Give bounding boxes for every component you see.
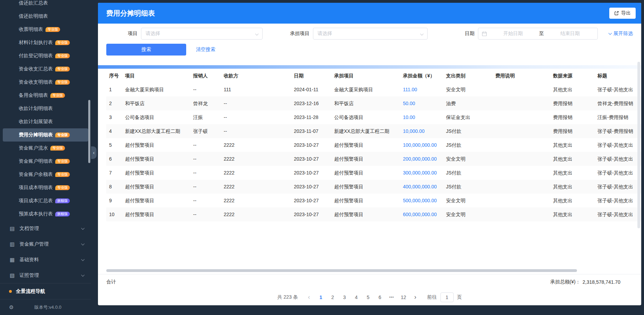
export-icon (614, 11, 619, 16)
sidebar-item[interactable]: 资金账户明细表专业版 (3, 155, 88, 168)
page-number-button[interactable]: 2 (328, 292, 338, 302)
chevron-down-icon (81, 226, 85, 230)
column-header: 收款方 (221, 69, 291, 83)
sidebar-group[interactable]: ▧证照管理 (0, 267, 91, 283)
sidebar-item[interactable]: 费用分摊明细表专业版 (3, 128, 88, 142)
sidebar-item[interactable]: 项目成本明细表专业版 (3, 181, 88, 194)
sidebar-item-label: 借还款明细表 (19, 13, 48, 19)
horizontal-scrollbar[interactable] (106, 269, 577, 272)
sidebar-item-label: 资金账户流水 (19, 145, 48, 151)
sidebar-item[interactable]: 收款计划明细表 (3, 102, 88, 115)
table-cell (493, 194, 550, 207)
table-cell: 超付预警项目 (331, 152, 400, 166)
sidebar-group[interactable]: ▤文档管理 (0, 221, 91, 236)
vertical-scrollbar[interactable] (637, 62, 640, 228)
sidebar-item[interactable]: 备用金明细表专业版 (3, 89, 88, 102)
table-cell: 金融大厦采购项目 (122, 83, 190, 96)
page-number-button[interactable]: 12 (399, 292, 408, 302)
expand-filters-link[interactable]: 展开筛选 (609, 31, 633, 37)
table-cell: 500,000,000.00 (400, 194, 443, 207)
sidebar-group[interactable]: ▥资金账户管理 (0, 236, 91, 252)
sidebar-item[interactable]: 资金收支汇总表专业版 (3, 62, 88, 76)
table-row: 6超付预警项目--22222023-10-27超付预警项目200,000,000… (106, 152, 641, 166)
sidebar-item[interactable]: 预算成本执行表旗舰版 (3, 207, 88, 221)
end-date-input[interactable]: 结束日期 (546, 31, 594, 37)
table-cell: 111 (221, 83, 291, 96)
more-pages-button[interactable]: ••• (387, 292, 397, 302)
table-cell: -- (190, 207, 221, 221)
amount-link[interactable]: 600,000,000.00 (403, 212, 437, 217)
table-cell: 张子硕-其他支出 (595, 207, 641, 221)
clear-search-link[interactable]: 清空搜索 (196, 46, 215, 53)
export-button[interactable]: 导出 (609, 8, 636, 19)
next-page-button[interactable]: › (411, 292, 420, 302)
table-cell: -- (190, 194, 221, 207)
table-cell: 50.00 (400, 96, 443, 110)
summary-totals: 承担总额(¥)： 2,318,578,741.70 (550, 279, 620, 285)
goto-page-input[interactable] (440, 292, 454, 302)
wallet-icon: ▥ (9, 241, 15, 247)
page-number-button[interactable]: 1 (316, 292, 326, 302)
amount-link[interactable]: 100,000,000.00 (403, 142, 437, 148)
date-range-picker[interactable]: 开始日期 至 结束日期 (478, 28, 598, 40)
page-number-button[interactable]: 4 (352, 292, 361, 302)
prev-page-button[interactable]: ‹ (304, 292, 314, 302)
gear-icon[interactable]: ⚙ (9, 304, 14, 310)
amount-link[interactable]: 300,000,000.00 (403, 170, 437, 176)
flagship-badge: 旗舰版 (55, 212, 70, 216)
sidebar-item-panorama[interactable]: 全景流程导航 (0, 283, 91, 299)
table-cell: 10 (106, 207, 122, 221)
amount-link[interactable]: 111.00 (403, 87, 417, 92)
sidebar-item-label: 资金收支汇总表 (19, 66, 53, 72)
sidebar-item[interactable]: 付款登记明细表专业版 (3, 49, 88, 62)
sidebar-item[interactable]: 资金账户余额表专业版 (3, 168, 88, 181)
sidebar-group-list: ▤文档管理▥资金账户管理▦基础资料▧证照管理 (0, 221, 91, 283)
table-cell: 张子硕-其他支出 (595, 194, 641, 207)
project-filter: 项目 请选择 (106, 28, 263, 40)
amount-link[interactable]: 500,000,000.00 (403, 198, 437, 203)
amount-link[interactable]: 50.00 (403, 101, 415, 106)
sidebar-item[interactable]: 收票明细表专业版 (3, 23, 88, 36)
amount-link[interactable]: 10.00 (403, 114, 415, 120)
sidebar-item[interactable]: 资金账户流水专业版 (3, 142, 88, 155)
table-cell: 2023-11-28 (291, 110, 331, 124)
sidebar-collapse-button[interactable]: ‹ (91, 146, 97, 159)
table-cell: 安全文明 (443, 83, 493, 96)
sidebar-item-label: 材料计划执行表 (19, 40, 53, 46)
goto-page-suffix: 页 (457, 294, 462, 300)
sidebar-item[interactable]: 收款计划展望表 (3, 115, 88, 128)
expense-table: 序号项目报销人收款方日期承担项目承担金额（¥）支出类别费用说明数据来源标题 1金… (106, 69, 641, 221)
table-row: 9超付预警项目--22222023-10-27超付预警项目500,000,000… (106, 194, 641, 207)
table-cell: 超付预警项目 (331, 207, 400, 221)
sidebar-item[interactable]: 资金收支明细表专业版 (3, 76, 88, 89)
table-cell: 曾祥龙 (190, 96, 221, 110)
sidebar-group[interactable]: ▦基础资料 (0, 252, 91, 267)
start-date-input[interactable]: 开始日期 (489, 31, 537, 37)
sidebar-item[interactable]: 材料计划执行表专业版 (3, 36, 88, 49)
table-cell: 超付预警项目 (331, 194, 400, 207)
sidebar-item[interactable]: 借还款明细表 (3, 10, 88, 23)
sidebar-item[interactable]: 借还款汇总表 (3, 0, 88, 10)
flagship-badge: 旗舰版 (55, 198, 70, 203)
page-number-button[interactable]: 5 (363, 292, 373, 302)
search-button[interactable]: 搜索 (106, 44, 186, 56)
sidebar-scrollbar[interactable] (88, 100, 90, 163)
chevron-down-icon (420, 32, 424, 35)
amount-link[interactable]: 200,000,000.00 (403, 156, 437, 162)
page-number-button[interactable]: 6 (375, 292, 385, 302)
table-cell: 张子硕-其他支出 (595, 180, 641, 194)
project-select[interactable]: 请选择 (141, 28, 263, 40)
calendar-icon (482, 31, 487, 36)
amount-link[interactable]: 10,000.00 (403, 128, 424, 134)
bear-project-select[interactable]: 请选择 (313, 28, 428, 40)
amount-link[interactable]: 400,000,000.00 (403, 184, 437, 189)
table-cell: 2023-10-27 (291, 138, 331, 152)
table-cell: 油费 (443, 96, 493, 110)
page-number-button[interactable]: 3 (340, 292, 349, 302)
table-cell: -- (190, 180, 221, 194)
sidebar-item-label: 全景流程导航 (16, 288, 45, 295)
pro-badge: 专业版 (55, 159, 70, 164)
bear-project-select-placeholder: 请选择 (317, 31, 421, 37)
table-cell: 100,000,000.00 (400, 138, 443, 152)
sidebar-item[interactable]: 项目成本汇总表旗舰版 (3, 194, 88, 207)
